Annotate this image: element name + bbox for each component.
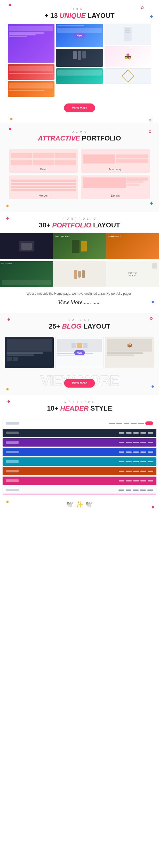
header-style-white[interactable]	[3, 419, 156, 427]
hs-nav-5	[119, 461, 153, 462]
portfolio-demo-morden[interactable]: Morden	[9, 176, 78, 199]
header-style-pink[interactable]	[3, 476, 156, 485]
portfolio-demo-label: D E M O	[5, 130, 154, 133]
thumb-teal-1	[56, 68, 103, 84]
thumb-gold	[105, 68, 151, 84]
thumb-mockup-1	[105, 24, 151, 44]
blog-thumb-2[interactable]: New	[55, 337, 104, 368]
bottom-decoration: 🕊️ ✨ 🕊️	[0, 497, 159, 516]
new-badge-blog: New	[74, 350, 85, 355]
deco-blog2	[6, 388, 9, 391]
pl-prefix: 30+	[39, 221, 50, 229]
hs-highlight: HEADER	[60, 404, 88, 412]
home-label: H O M E	[5, 8, 154, 10]
portfolio-layout-title: 30+ PORTFOLIO LAYOUT	[0, 221, 159, 229]
gallery-item-1[interactable]	[0, 234, 53, 259]
new-badge-home: New	[74, 33, 85, 38]
deco-diamond-1	[8, 3, 11, 6]
hs-nav-1	[109, 422, 153, 425]
home-title-highlight: UNIQUE	[59, 12, 86, 20]
blog-thumb-1[interactable]	[5, 337, 54, 368]
hs-nav-4	[119, 452, 153, 453]
deco-diamond-3	[10, 118, 13, 120]
pl-suffix: LAYOUT	[93, 221, 120, 229]
gallery-item-4[interactable]: CANVAS PRINT	[0, 261, 53, 287]
portfolio-demo-masonary[interactable]: Masonary	[81, 149, 150, 173]
home-title-suffix: LAYOUT	[87, 12, 115, 20]
header-style-purple[interactable]	[3, 438, 156, 446]
portfolio-demo-grid: Basic Masonary Mo	[5, 147, 154, 202]
hs-logo-7	[6, 479, 18, 482]
portfolio-gallery-row1: LOGO MOCKUP CANVAS TOTE	[0, 234, 159, 259]
hs-logo-6	[6, 470, 18, 472]
home-title: + 13 UNIQUE LAYOUT	[5, 12, 154, 20]
portfolio-demo-title: ATTRACTIVE PORTFOLIO	[5, 134, 154, 142]
blog-suffix: LAYOUT	[83, 322, 111, 330]
blog-prefix: 25+	[49, 322, 60, 330]
portfolio-demo-details-label: Details	[83, 194, 148, 197]
deco-circle-pd1	[149, 130, 151, 133]
header-styles-section: M A N Y T Y P E 10+ HEADER STYLE	[0, 395, 159, 519]
blog-highlight: BLOG	[62, 322, 81, 330]
thumb-yoga	[8, 24, 54, 63]
home-title-prefix: + 13	[44, 12, 57, 20]
hs-logo-8	[6, 489, 19, 491]
home-thumbnails-grid: New	[5, 24, 154, 97]
thumb-blue-new: New	[56, 24, 103, 47]
gallery-item-2[interactable]: LOGO MOCKUP	[53, 234, 106, 259]
blog-thumb-3[interactable]: 📦	[105, 337, 154, 368]
hs-logo-4	[6, 451, 18, 453]
thumb-red-1	[8, 64, 54, 80]
blog-view-more-container: VIEW MORE View More	[3, 373, 156, 388]
header-styles-title: 10+ HEADER STYLE	[0, 404, 159, 412]
hs-logo-1	[6, 422, 19, 425]
gallery-item-5[interactable]	[53, 261, 106, 287]
home-view-more-btn[interactable]: View More	[64, 103, 95, 112]
portfolio-body-text: We are not only the Home page, we have d…	[0, 287, 159, 297]
blog-view-more-btn[interactable]: View More	[64, 379, 95, 388]
hs-cta-1	[145, 422, 153, 425]
portfolio-layout-section: P O R T F O L I O 30+ PORTFOLIO LAYOUT L…	[0, 212, 159, 313]
portfolio-demo-suffix: PORTFOLIO	[82, 134, 121, 142]
portfolio-demo-highlight: ATTRACTIVE	[38, 134, 80, 142]
portfolio-demo-masonary-label: Masonary	[83, 168, 148, 171]
portfolio-layout-label: P O R T F O L I O	[0, 217, 159, 220]
portfolio-demo-basic[interactable]: Basic	[9, 149, 78, 173]
header-style-orange[interactable]	[3, 467, 156, 475]
hs-nav-2	[119, 432, 153, 434]
hs-logo-2	[6, 432, 18, 434]
hs-nav-6	[119, 471, 153, 472]
hs-suffix: STYLE	[90, 404, 112, 412]
hs-logo-3	[6, 441, 18, 444]
hs-logo-5	[6, 460, 18, 463]
blog-section: L A T E S T 25+ BLOG LAYOUT	[0, 313, 159, 395]
hs-nav-8	[118, 490, 153, 491]
deco-diamond-pd2	[6, 205, 9, 207]
hs-prefix: 10+	[47, 404, 58, 412]
blog-label: L A T E S T	[3, 318, 156, 321]
pl-highlight: PORTFOLIO	[52, 221, 91, 229]
deco-diamond-pd3	[150, 202, 153, 205]
blog-thumbnails-grid: New 📦	[3, 335, 156, 371]
deco-diamond-pd1	[8, 127, 11, 130]
header-styles-list	[0, 416, 159, 497]
header-style-blue[interactable]	[3, 448, 156, 456]
blog-title: 25+ BLOG LAYOUT	[3, 322, 156, 330]
deco-circle-1	[141, 6, 144, 9]
deco-circle-2	[149, 119, 151, 121]
portfolio-gallery-row2: CANVAS PRINT PORTOFOLIO	[0, 261, 159, 287]
hs-nav-3	[119, 442, 153, 443]
header-style-cyan[interactable]	[3, 457, 156, 466]
portfolio-demo-basic-label: Basic	[11, 168, 76, 171]
gallery-item-6[interactable]: PORTOFOLIO	[106, 261, 159, 287]
thumb-orange-1	[8, 81, 54, 97]
header-styles-label: M A N Y T Y P E	[0, 401, 159, 403]
header-style-dark[interactable]	[3, 429, 156, 437]
portfolio-demo-section: D E M O ATTRACTIVE PORTFOLIO Basic	[0, 123, 159, 212]
portfolio-view-more-cursive[interactable]: View More......	[0, 297, 159, 311]
hs-nav-7	[119, 480, 153, 482]
portfolio-demo-details[interactable]: Details	[81, 176, 150, 199]
gallery-item-3[interactable]: CANVAS TOTE	[106, 234, 159, 259]
thumb-phones	[56, 49, 103, 67]
header-style-light-accent[interactable]	[3, 486, 156, 494]
